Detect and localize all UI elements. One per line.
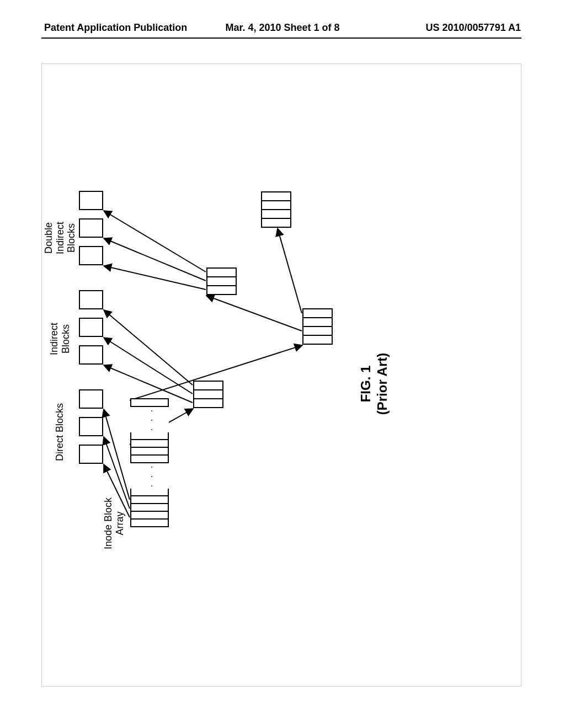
double-indirect-block [79, 246, 103, 265]
figure-subtitle: (Prior Art) [374, 185, 391, 582]
header-right: US 2010/0057791 A1 [426, 22, 521, 34]
inode-block-array: . . . . . . [130, 398, 168, 527]
double-indirect-pointer-array-2 [206, 267, 236, 295]
direct-block [79, 417, 103, 436]
svg-line-4 [104, 365, 193, 403]
svg-line-9 [104, 266, 206, 290]
indirect-pointer-array [193, 381, 222, 408]
svg-line-2 [104, 409, 130, 500]
inode-label: Inode Block Array [103, 497, 125, 549]
header-center: Mar. 4, 2010 Sheet 1 of 8 [225, 22, 339, 34]
svg-line-11 [104, 211, 206, 272]
inode-dots: . . . [130, 462, 169, 489]
direct-block [79, 389, 103, 409]
svg-line-6 [104, 310, 193, 385]
double-indirect-block [79, 218, 103, 238]
page-header: Patent Application Publication Mar. 4, 2… [0, 22, 565, 34]
double-indirect-block [79, 191, 103, 210]
svg-line-5 [104, 338, 193, 394]
sheet-frame: Inode Block Array . . . . . . Direct Blo… [41, 63, 521, 687]
figure-caption: FIG. 1 (Prior Art) [358, 185, 391, 582]
indirect-block [79, 345, 103, 365]
indirect-block [79, 318, 103, 337]
inode-diagram: Inode Block Array . . . . . . Direct Blo… [82, 185, 479, 582]
direct-block [79, 445, 103, 464]
indirect-block [79, 290, 103, 309]
double-indirect-label: Double Indirect Blocks [43, 222, 77, 254]
double-indirect-pointer-array-1 [302, 308, 332, 345]
header-left: Patent Application Publication [44, 22, 187, 34]
svg-line-12 [278, 228, 302, 313]
inode-dots-2: . . . [130, 406, 169, 432]
direct-label: Direct Blocks [54, 403, 66, 461]
triple-pointer-array [261, 191, 290, 228]
svg-line-10 [104, 238, 206, 281]
header-rule [41, 38, 521, 39]
indirect-label: Indirect Blocks [49, 323, 71, 355]
figure-number: FIG. 1 [358, 185, 374, 582]
svg-line-8 [206, 296, 302, 331]
